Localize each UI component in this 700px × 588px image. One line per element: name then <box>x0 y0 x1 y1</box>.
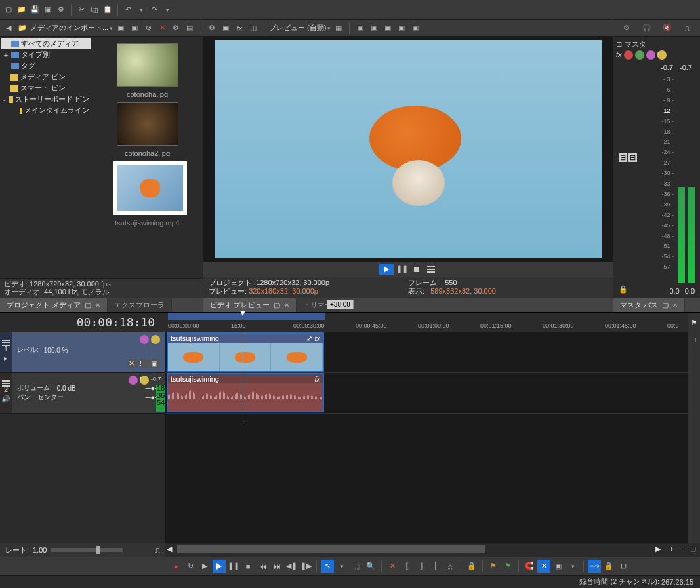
redo-dropdown-icon[interactable]: ▾ <box>161 4 173 16</box>
tool-dropdown-icon[interactable]: ▾ <box>335 560 348 573</box>
zoom-in-icon[interactable]: + <box>670 545 674 553</box>
loop-region[interactable] <box>168 313 325 320</box>
trim-end-icon[interactable]: ⟧ <box>415 560 428 573</box>
selection-tool-icon[interactable]: ⬚ <box>350 560 363 573</box>
rate-value[interactable]: 1.00 <box>33 546 47 554</box>
play-icon[interactable] <box>213 560 226 573</box>
preview-quality-dropdown[interactable]: プレビュー (自動)▾ <box>269 23 331 33</box>
solo-icon[interactable]: ! <box>140 359 149 368</box>
play-cursor[interactable] <box>243 313 243 423</box>
play-button[interactable] <box>379 264 394 275</box>
sdr-icon[interactable]: ▣ <box>396 22 407 34</box>
video-clip[interactable]: tsutsujiswiming⤢ fx <box>167 332 324 372</box>
track-menu-icon[interactable] <box>2 383 10 384</box>
zoom-fit-icon[interactable]: ⊡ <box>690 545 696 553</box>
prev-frame-icon[interactable]: ◀❚ <box>285 560 298 573</box>
clip-fx-icon[interactable]: fx <box>314 375 320 383</box>
go-to-end-icon[interactable]: ⏭ <box>270 560 283 573</box>
tree-main-timeline[interactable]: メインタイムライン <box>1 105 91 116</box>
lock-icon[interactable]: 🔒 <box>465 560 478 573</box>
faders-icon[interactable]: ⎍ <box>682 22 693 34</box>
loop-icon[interactable]: ↻ <box>184 560 197 573</box>
capture-icon[interactable]: ▣ <box>115 22 127 34</box>
rate-marker-icon[interactable]: ⎍ <box>155 546 160 554</box>
play-from-start-icon[interactable]: ▶ <box>198 560 211 573</box>
horizontal-scrollbar[interactable]: ◀ ▶ + − ⊡ <box>165 543 700 557</box>
fx-slot-icon[interactable] <box>624 50 633 60</box>
overlays-icon[interactable]: ▦ <box>333 22 344 34</box>
tree-storyboard-bin[interactable]: -ストーリーボード ビン <box>1 94 91 105</box>
clip-crop-icon[interactable]: ⤢ <box>306 334 312 342</box>
copy-icon[interactable]: ⿻ <box>89 4 100 16</box>
audio-clip[interactable]: tsutsujiswimingfx <box>167 373 324 412</box>
open-icon[interactable]: 📁 <box>16 4 28 16</box>
audio-track-header[interactable]: 2🔊 !-0.7 ボリューム:0.0 dB─●─ パン:センター─●─ 1836… <box>0 373 165 414</box>
track-lanes[interactable]: tsutsujiswiming⤢ fx tsutsujiswimingfx <box>165 332 688 543</box>
ignore-grouping-icon[interactable]: ⊟ <box>617 560 630 573</box>
preview-properties-icon[interactable]: ⚙ <box>206 22 218 34</box>
media-tree[interactable]: すべてのメディア +タイプ別 タグ メディア ビン スマート ビン -ストーリー… <box>0 37 92 278</box>
remove-icon[interactable]: ⊘ <box>142 22 154 34</box>
media-item[interactable]: cotonoha2.jpg <box>113 102 182 157</box>
maximize-icon[interactable]: ▣ <box>151 359 160 368</box>
get-media-icon[interactable]: ▣ <box>129 22 140 34</box>
up-icon[interactable]: 📁 <box>16 22 28 34</box>
copy-snapshot-icon[interactable]: ▣ <box>354 22 366 34</box>
pause-icon[interactable]: ❚❚ <box>396 264 408 275</box>
split-icon[interactable]: ⎮ <box>429 560 442 573</box>
fx-slot-icon[interactable]: ! <box>657 50 667 60</box>
back-icon[interactable]: ◀ <box>3 22 14 34</box>
delete-icon[interactable]: ✕ <box>386 560 399 573</box>
new-icon[interactable]: ▢ <box>3 4 14 16</box>
clip-fx-icon[interactable]: fx <box>314 334 320 342</box>
stop-icon[interactable]: ■ <box>241 560 255 573</box>
rate-scrub[interactable] <box>51 548 123 552</box>
bypass-fx-icon[interactable] <box>129 376 138 385</box>
tab-explorer[interactable]: エクスプローラ <box>108 298 172 312</box>
properties-icon[interactable]: ⚙ <box>55 4 67 16</box>
next-frame-icon[interactable]: ❚▶ <box>299 560 312 573</box>
bypass-fx-icon[interactable] <box>140 335 149 344</box>
close-icon[interactable]: ✕ <box>672 302 678 309</box>
adjust-icon[interactable]: ▣ <box>382 22 394 34</box>
automation-icon[interactable]: ! <box>151 335 160 344</box>
tree-media-bin[interactable]: メディア ビン <box>1 71 91 83</box>
save-icon[interactable]: 💾 <box>29 4 41 16</box>
auto-ripple-icon[interactable]: ✕ <box>537 560 550 573</box>
media-item-selected[interactable]: tsutsujiswiming.mp4 <box>113 161 182 227</box>
fx-slot-icon[interactable] <box>646 50 655 60</box>
external-monitor-icon[interactable]: ▣ <box>220 22 232 34</box>
tree-by-type[interactable]: +タイプ別 <box>1 49 91 60</box>
import-media-button[interactable]: メディアのインポート...▾ <box>30 23 113 33</box>
undo-dropdown-icon[interactable]: ▾ <box>135 4 147 16</box>
downmix-icon[interactable]: 🎧 <box>641 22 653 34</box>
render-icon[interactable]: ▣ <box>42 4 54 16</box>
tab-master-bus[interactable]: マスタ バス▢✕ <box>613 298 685 312</box>
remove-icon[interactable]: − <box>690 347 700 359</box>
marker-icon[interactable]: ⚑ <box>688 313 700 332</box>
snap-icon[interactable]: 🧲 <box>523 560 536 573</box>
views-icon[interactable]: ▤ <box>184 22 196 34</box>
cut-icon[interactable]: ✂ <box>75 4 87 16</box>
media-properties-icon[interactable]: ⚙ <box>170 22 182 34</box>
tab-project-media[interactable]: プロジェクト メディア▢✕ <box>0 298 108 312</box>
region-icon[interactable]: ⚑ <box>501 560 514 573</box>
transport-menu-icon[interactable] <box>425 264 437 275</box>
tree-tags[interactable]: タグ <box>1 60 91 71</box>
hdr-icon[interactable]: ▣ <box>409 22 421 34</box>
cursor-position[interactable]: 00:00:18:10 <box>0 313 165 332</box>
video-fx-icon[interactable]: fx <box>234 22 245 34</box>
save-snapshot-icon[interactable]: ▣ <box>368 22 380 34</box>
go-to-start-icon[interactable]: ⏮ <box>256 560 269 573</box>
automation-icon[interactable]: ! <box>140 376 149 385</box>
ripple-icon[interactable]: ⟿ <box>588 560 601 573</box>
lock-envelopes-icon[interactable]: 🔒 <box>602 560 615 573</box>
lock-icon[interactable]: 🔒 <box>619 285 628 294</box>
close-icon[interactable]: ✕ <box>284 302 289 309</box>
zoom-out-icon[interactable]: − <box>680 545 684 553</box>
add-icon[interactable]: + <box>690 334 700 345</box>
fx-icon[interactable]: fx <box>616 50 622 60</box>
video-track-header[interactable]: 1▸ ! レベル:100.0 % ✕!▣ <box>0 332 165 373</box>
media-item[interactable]: cotonoha.jpg <box>113 43 182 98</box>
audio-properties-icon[interactable]: ⚙ <box>621 22 632 34</box>
